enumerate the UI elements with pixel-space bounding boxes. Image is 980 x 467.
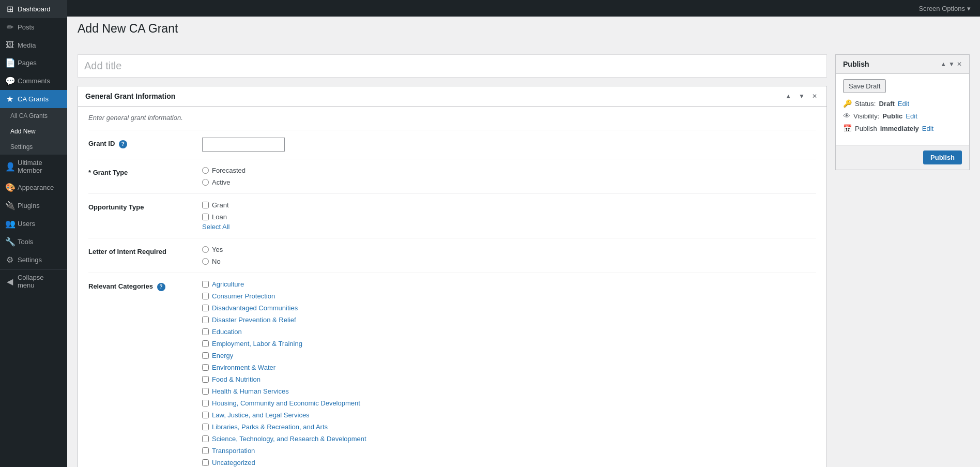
- grant-type-forecasted[interactable]: Forecasted: [202, 167, 816, 174]
- category-item-3[interactable]: Disaster Prevention & Relief: [202, 316, 816, 324]
- grant-id-help-icon[interactable]: ?: [119, 140, 127, 148]
- opportunity-type-label: Opportunity Type: [88, 201, 192, 211]
- category-item-5[interactable]: Employment, Labor & Training: [202, 340, 816, 348]
- grant-type-active-radio[interactable]: [202, 179, 209, 186]
- grant-type-field: Forecasted Active: [202, 167, 816, 186]
- sidebar-item-appearance[interactable]: 🎨 Appearance: [0, 178, 67, 197]
- category-checkbox-10[interactable]: [202, 400, 209, 406]
- category-item-13[interactable]: Science, Technology, and Research & Deve…: [202, 435, 816, 443]
- opportunity-type-loan[interactable]: Loan: [202, 213, 816, 221]
- category-item-6[interactable]: Energy: [202, 352, 816, 359]
- opportunity-type-loan-checkbox[interactable]: [202, 214, 209, 220]
- sidebar-item-pages[interactable]: 📄 Pages: [0, 54, 67, 72]
- category-checkbox-7[interactable]: [202, 364, 209, 371]
- sidebar: ⊞ Dashboard ✏ Posts 🖼 Media 📄 Pages 💬 Co…: [0, 0, 67, 467]
- publish-collapse-down-button[interactable]: ▼: [948, 61, 955, 68]
- category-item-10[interactable]: Housing, Community and Economic Developm…: [202, 399, 816, 407]
- category-item-2[interactable]: Disadvantaged Communities: [202, 304, 816, 312]
- metabox-collapse-up-button[interactable]: ▲: [783, 92, 793, 101]
- category-checkbox-11[interactable]: [202, 412, 209, 418]
- grant-type-active[interactable]: Active: [202, 178, 816, 186]
- sidebar-item-ultimate-member[interactable]: 👤 Ultimate Member: [0, 155, 67, 178]
- tools-icon: 🔧: [5, 237, 14, 247]
- category-checkbox-9[interactable]: [202, 388, 209, 395]
- visibility-edit-link[interactable]: Edit: [906, 112, 917, 120]
- publish-box: Publish ▲ ▼ ✕ Save Draft 🔑 Status: Draft: [835, 54, 970, 170]
- metabox-collapse-down-button[interactable]: ▼: [797, 92, 807, 101]
- sidebar-item-plugins[interactable]: 🔌 Plugins: [0, 197, 67, 215]
- metabox-close-button[interactable]: ✕: [810, 92, 819, 101]
- sidebar-item-add-new[interactable]: Add New: [0, 124, 67, 139]
- publish-collapse-up-button[interactable]: ▲: [940, 61, 946, 68]
- category-checkbox-6[interactable]: [202, 352, 209, 359]
- publish-button[interactable]: Publish: [923, 150, 962, 164]
- calendar-icon: 📅: [843, 124, 852, 132]
- publish-header: Publish ▲ ▼ ✕: [836, 55, 969, 74]
- sidebar-item-settings[interactable]: ⚙ Settings: [0, 251, 67, 269]
- category-checkbox-4[interactable]: [202, 328, 209, 335]
- sidebar-item-comments[interactable]: 💬 Comments: [0, 72, 67, 90]
- category-checkbox-2[interactable]: [202, 305, 209, 311]
- metabox-description: Enter general grant information.: [88, 114, 816, 122]
- sidebar-item-users[interactable]: 👥 Users: [0, 215, 67, 233]
- category-item-0[interactable]: Agriculture: [202, 280, 816, 288]
- settings-icon: ⚙: [5, 255, 14, 265]
- category-checkbox-8[interactable]: [202, 376, 209, 383]
- category-item-4[interactable]: Education: [202, 328, 816, 336]
- visibility-label: Visibility:: [853, 112, 879, 120]
- letter-of-intent-row: Letter of Intent Required Yes No: [88, 238, 816, 273]
- grant-type-forecasted-radio[interactable]: [202, 167, 209, 174]
- letter-of-intent-field: Yes No: [202, 246, 816, 265]
- publish-header-controls: ▲ ▼ ✕: [940, 61, 962, 68]
- letter-of-intent-yes-radio[interactable]: [202, 246, 209, 253]
- grant-id-field: [202, 138, 816, 152]
- category-checkbox-15[interactable]: [202, 459, 209, 466]
- sidebar-item-settings-sub[interactable]: Settings: [0, 139, 67, 155]
- page-header: Add New CA Grant: [67, 17, 980, 44]
- grant-type-row: * Grant Type Forecasted Active: [88, 159, 816, 193]
- sidebar-item-ca-grants[interactable]: ★ CA Grants: [0, 90, 67, 108]
- category-checkbox-1[interactable]: [202, 293, 209, 299]
- category-checkbox-5[interactable]: [202, 340, 209, 347]
- sidebar-collapse[interactable]: ◀ Collapse menu: [0, 269, 67, 293]
- category-checkbox-13[interactable]: [202, 435, 209, 442]
- publish-visibility-row: 👁 Visibility: Public Edit: [843, 112, 962, 120]
- sidebar-item-all-ca-grants[interactable]: All CA Grants: [0, 108, 67, 124]
- screen-options-button[interactable]: Screen Options ▾: [914, 3, 975, 14]
- category-item-15[interactable]: Uncategorized: [202, 459, 816, 466]
- category-checkbox-14[interactable]: [202, 447, 209, 454]
- category-item-12[interactable]: Libraries, Parks & Recreation, and Arts: [202, 423, 816, 431]
- publish-box-title: Publish: [843, 60, 869, 68]
- category-item-7[interactable]: Environment & Water: [202, 364, 816, 371]
- relevant-categories-help-icon[interactable]: ?: [157, 283, 165, 291]
- category-checkbox-12[interactable]: [202, 424, 209, 430]
- category-item-9[interactable]: Health & Human Services: [202, 387, 816, 395]
- category-checkbox-0[interactable]: [202, 281, 209, 288]
- letter-of-intent-no[interactable]: No: [202, 258, 816, 265]
- status-label: Status:: [855, 100, 876, 108]
- publish-close-button[interactable]: ✕: [957, 61, 962, 68]
- main-content: General Grant Information ▲ ▼ ✕ Enter ge…: [78, 54, 827, 467]
- letter-of-intent-radio-group: Yes No: [202, 246, 816, 265]
- category-item-14[interactable]: Transportation: [202, 447, 816, 455]
- title-input[interactable]: [78, 54, 827, 78]
- grant-id-input[interactable]: [202, 138, 285, 152]
- category-item-11[interactable]: Law, Justice, and Legal Services: [202, 411, 816, 419]
- letter-of-intent-yes[interactable]: Yes: [202, 246, 816, 253]
- opportunity-type-checkbox-group: Grant Loan: [202, 201, 816, 221]
- letter-of-intent-no-radio[interactable]: [202, 258, 209, 265]
- sidebar-item-tools[interactable]: 🔧 Tools: [0, 233, 67, 251]
- sidebar-item-media[interactable]: 🖼 Media: [0, 36, 67, 54]
- opportunity-type-grant-checkbox[interactable]: [202, 202, 209, 208]
- publish-date-edit-link[interactable]: Edit: [922, 125, 933, 132]
- opportunity-type-grant[interactable]: Grant: [202, 201, 816, 209]
- sidebar-item-posts[interactable]: ✏ Posts: [0, 18, 67, 36]
- status-edit-link[interactable]: Edit: [898, 100, 909, 108]
- grant-type-radio-group: Forecasted Active: [202, 167, 816, 186]
- sidebar-item-dashboard[interactable]: ⊞ Dashboard: [0, 0, 67, 18]
- save-draft-button[interactable]: Save Draft: [843, 79, 886, 93]
- category-checkbox-3[interactable]: [202, 317, 209, 323]
- category-item-1[interactable]: Consumer Protection: [202, 292, 816, 300]
- select-all-link[interactable]: Select All: [202, 223, 229, 231]
- category-item-8[interactable]: Food & Nutrition: [202, 375, 816, 383]
